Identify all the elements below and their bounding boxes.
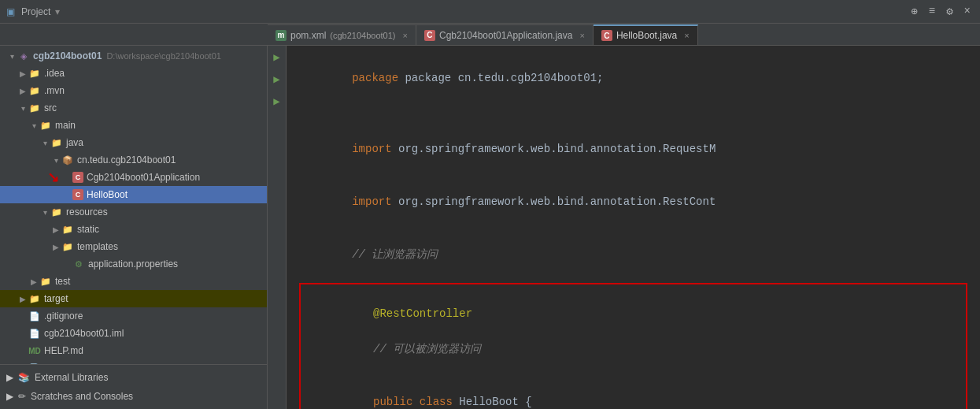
tree-arrow-package[interactable]: ▾ [50, 156, 61, 165]
tree-label-help: HELP.md [44, 345, 83, 356]
arrow-annotation: ↘ [47, 169, 59, 186]
code-highlight-box: @RestController // 可以被浏览器访问 public class… [299, 283, 967, 409]
tree-item-iml[interactable]: 📄 cgb2104boot01.iml [0, 325, 267, 342]
tree-icon-helloboot: C [72, 189, 83, 200]
tree-icon-app: C [72, 172, 83, 183]
tree-arrow-test[interactable]: ▶ [28, 277, 39, 286]
run-icon-3[interactable]: ▶ [269, 93, 285, 109]
tab-application-icon: C [424, 30, 435, 41]
tree-label-src: src [44, 102, 57, 113]
tree-label-gitignore: .gitignore [44, 310, 83, 322]
tab-application[interactable]: C Cgb2104boot01Application.java × [416, 24, 594, 45]
tab-pom-label: pom.xml [290, 30, 326, 41]
tree-label-root: cgb2104boot01 [33, 50, 102, 61]
tab-pom-close[interactable]: × [403, 31, 408, 40]
tree-arrow-resources[interactable]: ▾ [39, 208, 50, 217]
tree-icon-java: 📁 [50, 136, 63, 149]
sidebar-bottom: ▶ 📚 External Libraries ▶ ✏ Scratches and… [0, 364, 267, 409]
tree-label-iml: cgb2104boot01.iml [44, 328, 124, 339]
tree-path-root: D:\workspace\cgb2104boot01 [106, 51, 221, 61]
tree-icon-gitignore: 📄 [28, 310, 41, 322]
tree-icon-target: 📁 [28, 292, 41, 305]
sidebar-ext-libs[interactable]: ▶ 📚 External Libraries [0, 368, 267, 387]
tree-icon-test: 📁 [39, 275, 52, 288]
toolbar-title: ▣ Project ▾ [6, 6, 60, 17]
tree-item-java[interactable]: ▾ 📁 java [0, 134, 267, 151]
tree-item-appprops[interactable]: ⚙ application.properties [0, 255, 267, 273]
comment-browser-text: // 让浏览器访问 [352, 248, 438, 261]
tab-helloboot[interactable]: C HelloBoot.java × [594, 24, 698, 45]
tree-arrow-main[interactable]: ▾ [28, 121, 39, 130]
tab-bar: m pom.xml (cgb2104boot01) × C Cgb2104boo… [0, 24, 980, 46]
tree-item-resources[interactable]: ▾ 📁 resources [0, 203, 267, 221]
tree-icon-iml: 📄 [28, 327, 41, 340]
code-line-package: package package cn.tedu.cgb2104boot01; [299, 52, 967, 105]
tree-item-help[interactable]: MD HELP.md [0, 342, 267, 359]
scratches-label: Scratches and Consoles [31, 391, 133, 402]
tree-item-static[interactable]: ▶ 📁 static [0, 221, 267, 238]
run-icon-2[interactable]: ▶ [269, 71, 285, 87]
tab-helloboot-close[interactable]: × [684, 31, 689, 40]
tree-arrow-root[interactable]: ▾ [6, 52, 17, 61]
code-line-import2: import org.springframework.web.bind.anno… [299, 176, 967, 229]
collapse-icon[interactable]: ≡ [926, 3, 938, 20]
toolbar-dropdown-icon[interactable]: ▾ [55, 6, 60, 17]
tree-arrow-mvn[interactable]: ▶ [17, 87, 28, 95]
settings-icon[interactable]: ⚙ [943, 3, 956, 20]
code-line-import1: import org.springframework.web.bind.anno… [299, 123, 967, 176]
tree-label-target: target [44, 293, 68, 304]
tab-application-close[interactable]: × [579, 31, 584, 40]
tree-item-main[interactable]: ▾ 📁 main [0, 117, 267, 134]
tree-item-gitignore[interactable]: 📄 .gitignore [0, 307, 267, 325]
tree-item-test[interactable]: ▶ 📁 test [0, 273, 267, 290]
package-text: package cn.tedu.cgb2104boot01; [405, 72, 603, 84]
tree-icon-mvn: 📁 [28, 84, 41, 97]
tree-icon-resources: 📁 [50, 206, 63, 218]
tree-item-helloboot[interactable]: C HelloBoot [0, 186, 267, 203]
tree-arrow-templates[interactable]: ▶ [50, 243, 61, 251]
top-toolbar: ▣ Project ▾ ⊕ ≡ ⚙ × [0, 0, 980, 24]
tab-application-label: Cgb2104boot01Application.java [439, 30, 572, 41]
tree-item-target[interactable]: ▶ 📁 target [0, 290, 267, 307]
run-icon-1[interactable]: ▶ [269, 49, 285, 65]
tree-item-mvn[interactable]: ▶ 📁 .mvn [0, 82, 267, 99]
code-area[interactable]: package package cn.tedu.cgb2104boot01; i… [287, 46, 980, 409]
tree-label-main: main [55, 120, 76, 131]
tab-pom-icon: m [276, 30, 287, 41]
close-icon[interactable]: × [961, 3, 974, 20]
tree-label-idea: .idea [44, 68, 65, 79]
tree-arrow-static[interactable]: ▶ [50, 225, 61, 234]
tree-item-package[interactable]: ▾ 📦 cn.tedu.cgb2104boot01 [0, 151, 267, 169]
code-line-class-decl: public class HelloBoot { [307, 376, 960, 409]
tree-icon-idea: 📁 [28, 67, 41, 80]
scratches-icon: ✏ [18, 391, 26, 402]
tree-label-appprops: application.properties [88, 258, 178, 270]
toolbar-icons: ⊕ ≡ ⚙ × [908, 3, 974, 20]
tree-label-app: Cgb2104boot01Application [87, 172, 200, 183]
tree-icon-root: ◈ [17, 50, 30, 62]
tree-item-app[interactable]: C Cgb2104boot01Application ↘ [0, 169, 267, 186]
tree-label-java: java [66, 137, 83, 148]
code-line-comment-browser: // 让浏览器访问 [299, 229, 967, 281]
tree-icon-templates: 📁 [61, 240, 74, 253]
code-line-blank1 [299, 105, 967, 122]
tab-pom[interactable]: m pom.xml (cgb2104boot01) × [268, 24, 416, 45]
sidebar: ▾ ◈ cgb2104boot01 D:\workspace\cgb2104bo… [0, 46, 268, 409]
scratches-arrow: ▶ [6, 391, 13, 402]
toolbar-label: Project [21, 6, 50, 17]
main-area: ▾ ◈ cgb2104boot01 D:\workspace\cgb2104bo… [0, 46, 980, 409]
tree-item-src[interactable]: ▾ 📁 src [0, 99, 267, 117]
project-icon: ▣ [6, 6, 15, 17]
tree-item-idea[interactable]: ▶ 📁 .idea [0, 65, 267, 82]
tree-item-templates[interactable]: ▶ 📁 templates [0, 238, 267, 255]
tree-icon-src: 📁 [28, 102, 41, 114]
tree-arrow-java[interactable]: ▾ [39, 139, 50, 147]
tree-arrow-idea[interactable]: ▶ [17, 69, 28, 78]
add-icon[interactable]: ⊕ [908, 3, 920, 20]
tree-arrow-target[interactable]: ▶ [17, 295, 28, 303]
sidebar-scratches[interactable]: ▶ ✏ Scratches and Consoles [0, 387, 267, 406]
tree-icon-help: MD [28, 344, 41, 357]
tree-arrow-src[interactable]: ▾ [17, 104, 28, 113]
tree-icon-main: 📁 [39, 119, 52, 132]
tree-item-root[interactable]: ▾ ◈ cgb2104boot01 D:\workspace\cgb2104bo… [0, 47, 267, 65]
